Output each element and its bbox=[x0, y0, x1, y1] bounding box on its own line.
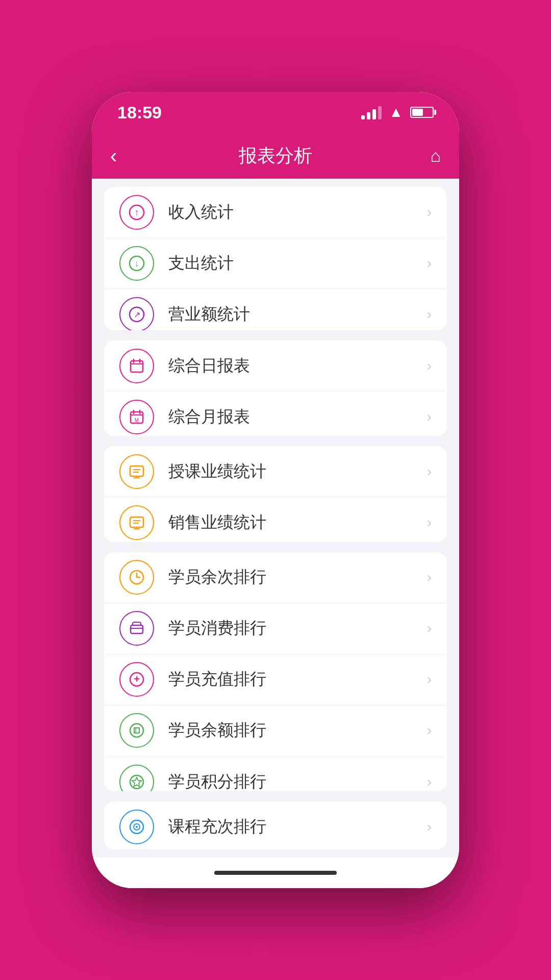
section-section5: 课程充次排行› bbox=[104, 801, 447, 849]
svg-point-35 bbox=[136, 826, 138, 828]
menu-item-sales[interactable]: 销售业绩统计› bbox=[104, 497, 447, 542]
signal-icon bbox=[361, 105, 382, 119]
svg-point-30 bbox=[130, 724, 143, 737]
menu-item-teaching[interactable]: 授课业绩统计› bbox=[104, 446, 447, 497]
teaching-chevron: › bbox=[427, 463, 432, 480]
sales-icon bbox=[119, 505, 154, 540]
home-bar bbox=[92, 857, 459, 888]
revenue-label: 营业额统计 bbox=[168, 303, 427, 326]
home-button[interactable]: ⌂ bbox=[430, 146, 441, 166]
consume-label: 学员消费排行 bbox=[168, 617, 427, 640]
status-time: 18:59 bbox=[117, 103, 162, 122]
course-label: 课程充次排行 bbox=[168, 816, 427, 838]
points-icon bbox=[119, 765, 154, 791]
income-label: 收入统计 bbox=[168, 201, 427, 224]
svg-text:↗: ↗ bbox=[134, 310, 140, 319]
wifi-icon: ▲ bbox=[389, 104, 403, 120]
status-icons: ▲ bbox=[361, 104, 434, 120]
svg-text:↑: ↑ bbox=[135, 207, 139, 217]
menu-item-daily[interactable]: 综合日报表› bbox=[104, 340, 447, 391]
section-section4: 学员余次排行›学员消费排行›+学员充值排行›学员余额排行›学员积分排行› bbox=[104, 552, 447, 791]
menu-item-income[interactable]: ↑收入统计› bbox=[104, 187, 447, 238]
monthly-icon: M bbox=[119, 400, 154, 434]
income-icon: ↑ bbox=[119, 195, 154, 230]
recharge-chevron: › bbox=[427, 671, 432, 688]
income-chevron: › bbox=[427, 204, 432, 220]
expense-icon: ↓ bbox=[119, 246, 154, 281]
battery-icon bbox=[410, 107, 434, 118]
monthly-label: 综合月报表 bbox=[168, 406, 427, 428]
menu-item-course[interactable]: 课程充次排行› bbox=[104, 801, 447, 849]
sales-label: 销售业绩统计 bbox=[168, 511, 427, 534]
section-section2: 综合日报表›M综合月报表› bbox=[104, 340, 447, 436]
menu-item-revenue[interactable]: ↗营业额统计› bbox=[104, 289, 447, 330]
page-title: 报表分析 bbox=[239, 143, 312, 168]
content-area: ↑收入统计›↓支出统计›↗营业额统计›综合日报表›M综合月报表›授课业绩统计›销… bbox=[92, 179, 459, 857]
svg-rect-26 bbox=[131, 625, 143, 633]
remaining-icon bbox=[119, 560, 154, 595]
back-button[interactable]: ‹ bbox=[110, 144, 117, 167]
recharge-icon: + bbox=[119, 662, 154, 697]
balance-chevron: › bbox=[427, 722, 432, 739]
points-label: 学员积分排行 bbox=[168, 771, 427, 791]
svg-rect-15 bbox=[130, 466, 143, 476]
section-section3: 授课业绩统计›销售业绩统计› bbox=[104, 446, 447, 542]
section-section1: ↑收入统计›↓支出统计›↗营业额统计› bbox=[104, 187, 447, 330]
menu-item-recharge[interactable]: +学员充值排行› bbox=[104, 654, 447, 705]
menu-item-monthly[interactable]: M综合月报表› bbox=[104, 391, 447, 436]
home-indicator bbox=[214, 871, 337, 875]
course-chevron: › bbox=[427, 819, 432, 835]
remaining-label: 学员余次排行 bbox=[168, 566, 427, 589]
monthly-chevron: › bbox=[427, 409, 432, 425]
consume-chevron: › bbox=[427, 620, 432, 636]
svg-rect-20 bbox=[130, 517, 143, 527]
revenue-icon: ↗ bbox=[119, 297, 154, 330]
daily-chevron: › bbox=[427, 358, 432, 374]
expense-label: 支出统计 bbox=[168, 252, 427, 275]
course-icon bbox=[119, 810, 154, 844]
daily-icon bbox=[119, 349, 154, 383]
svg-text:M: M bbox=[135, 418, 139, 423]
balance-label: 学员余额排行 bbox=[168, 719, 427, 742]
expense-chevron: › bbox=[427, 255, 432, 272]
consume-icon bbox=[119, 611, 154, 646]
menu-item-remaining[interactable]: 学员余次排行› bbox=[104, 552, 447, 603]
svg-text:+: + bbox=[134, 673, 140, 684]
balance-icon bbox=[119, 713, 154, 748]
menu-item-points[interactable]: 学员积分排行› bbox=[104, 756, 447, 791]
menu-item-balance[interactable]: 学员余额排行› bbox=[104, 705, 447, 756]
daily-label: 综合日报表 bbox=[168, 355, 427, 377]
teaching-icon bbox=[119, 454, 154, 489]
menu-item-expense[interactable]: ↓支出统计› bbox=[104, 238, 447, 289]
sales-chevron: › bbox=[427, 514, 432, 531]
svg-rect-6 bbox=[131, 361, 143, 372]
header: ‹ 报表分析 ⌂ bbox=[92, 133, 459, 179]
phone-frame: 18:59 ▲ ‹ 报表分析 ⌂ ↑收入统计›↓支出统计›↗营业额统计›综合日报… bbox=[92, 92, 459, 888]
recharge-label: 学员充值排行 bbox=[168, 668, 427, 691]
menu-item-consume[interactable]: 学员消费排行› bbox=[104, 603, 447, 654]
teaching-label: 授课业绩统计 bbox=[168, 460, 427, 483]
revenue-chevron: › bbox=[427, 306, 432, 323]
remaining-chevron: › bbox=[427, 569, 432, 585]
svg-text:↓: ↓ bbox=[135, 258, 139, 268]
points-chevron: › bbox=[427, 774, 432, 790]
status-bar: 18:59 ▲ bbox=[92, 92, 459, 133]
